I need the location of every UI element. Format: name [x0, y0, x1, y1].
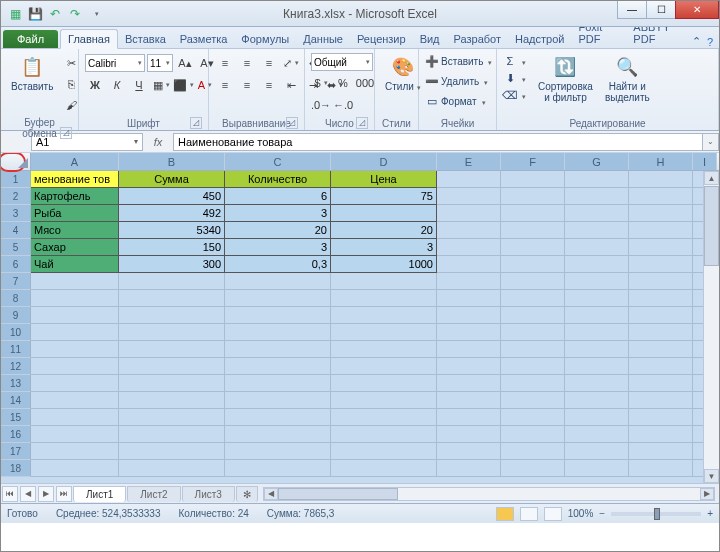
cell-D16[interactable]	[331, 426, 437, 443]
cell-F17[interactable]	[501, 443, 565, 460]
sheet-nav-next[interactable]: ▶	[38, 486, 54, 502]
vertical-scrollbar[interactable]: ▲ ▼	[703, 171, 719, 483]
increase-decimal-icon[interactable]: .0→	[311, 95, 331, 115]
underline-button[interactable]: Ч	[129, 75, 149, 95]
border-button[interactable]: ▦	[151, 75, 171, 95]
tab-data[interactable]: Данные	[296, 30, 350, 48]
cell-H4[interactable]	[629, 222, 693, 239]
cell-C12[interactable]	[225, 358, 331, 375]
cell-G16[interactable]	[565, 426, 629, 443]
cell-G13[interactable]	[565, 375, 629, 392]
row-header-10[interactable]: 10	[1, 324, 31, 341]
cell-A13[interactable]	[31, 375, 119, 392]
row-header-3[interactable]: 3	[1, 205, 31, 222]
paste-button[interactable]: 📋 Вставить	[7, 53, 57, 94]
cell-E4[interactable]	[437, 222, 501, 239]
cell-B16[interactable]	[119, 426, 225, 443]
cell-G1[interactable]	[565, 171, 629, 188]
align-left-icon[interactable]: ≡	[215, 75, 235, 95]
cell-E10[interactable]	[437, 324, 501, 341]
cell-G6[interactable]	[565, 256, 629, 273]
cell-A2[interactable]: Картофель	[31, 188, 119, 205]
decrease-decimal-icon[interactable]: ←.0	[333, 95, 353, 115]
cell-A11[interactable]	[31, 341, 119, 358]
cell-D18[interactable]	[331, 460, 437, 477]
row-header-4[interactable]: 4	[1, 222, 31, 239]
orientation-icon[interactable]: ⤢	[281, 53, 301, 73]
cell-B6[interactable]: 300	[119, 256, 225, 273]
undo-icon[interactable]: ↶	[47, 6, 63, 22]
cell-E17[interactable]	[437, 443, 501, 460]
tab-addins[interactable]: Надстрой	[508, 30, 571, 48]
cell-H3[interactable]	[629, 205, 693, 222]
cell-E13[interactable]	[437, 375, 501, 392]
cell-H13[interactable]	[629, 375, 693, 392]
cell-D7[interactable]	[331, 273, 437, 290]
cell-F5[interactable]	[501, 239, 565, 256]
cell-B14[interactable]	[119, 392, 225, 409]
cell-D15[interactable]	[331, 409, 437, 426]
cell-D9[interactable]	[331, 307, 437, 324]
cell-G15[interactable]	[565, 409, 629, 426]
sheet-nav-last[interactable]: ⏭	[56, 486, 72, 502]
hscroll-thumb[interactable]	[278, 488, 398, 500]
italic-button[interactable]: К	[107, 75, 127, 95]
cell-A9[interactable]	[31, 307, 119, 324]
scroll-up-icon[interactable]: ▲	[704, 171, 719, 185]
redo-icon[interactable]: ↷	[67, 6, 83, 22]
row-header-6[interactable]: 6	[1, 256, 31, 273]
cell-B15[interactable]	[119, 409, 225, 426]
column-header-H[interactable]: H	[629, 153, 693, 170]
cell-D17[interactable]	[331, 443, 437, 460]
cell-F9[interactable]	[501, 307, 565, 324]
maximize-button[interactable]: ☐	[646, 1, 676, 19]
cell-C4[interactable]: 20	[225, 222, 331, 239]
cell-A10[interactable]	[31, 324, 119, 341]
cell-C1[interactable]: Количество	[225, 171, 331, 188]
sort-filter-button[interactable]: 🔃 Сортировка и фильтр	[534, 53, 597, 105]
cell-D14[interactable]	[331, 392, 437, 409]
cell-B9[interactable]	[119, 307, 225, 324]
cell-B12[interactable]	[119, 358, 225, 375]
clear-button[interactable]: ⌫	[503, 87, 526, 103]
decrease-indent-icon[interactable]: ⇤	[281, 75, 301, 95]
column-header-C[interactable]: C	[225, 153, 331, 170]
cell-D6[interactable]: 1000	[331, 256, 437, 273]
cell-C14[interactable]	[225, 392, 331, 409]
row-header-9[interactable]: 9	[1, 307, 31, 324]
row-header-17[interactable]: 17	[1, 443, 31, 460]
align-middle-icon[interactable]: ≡	[237, 53, 257, 73]
close-button[interactable]: ✕	[675, 1, 719, 19]
row-header-18[interactable]: 18	[1, 460, 31, 477]
column-header-I[interactable]: I	[693, 153, 717, 170]
align-top-icon[interactable]: ≡	[215, 53, 235, 73]
comma-icon[interactable]: 000	[355, 73, 375, 93]
cell-H1[interactable]	[629, 171, 693, 188]
cell-B1[interactable]: Сумма	[119, 171, 225, 188]
currency-icon[interactable]: $	[311, 73, 331, 93]
bold-button[interactable]: Ж	[85, 75, 105, 95]
tab-formulas[interactable]: Формулы	[234, 30, 296, 48]
cell-F12[interactable]	[501, 358, 565, 375]
cell-H12[interactable]	[629, 358, 693, 375]
row-header-8[interactable]: 8	[1, 290, 31, 307]
cell-C5[interactable]: 3	[225, 239, 331, 256]
cell-H14[interactable]	[629, 392, 693, 409]
cell-C2[interactable]: 6	[225, 188, 331, 205]
row-header-15[interactable]: 15	[1, 409, 31, 426]
cell-C6[interactable]: 0,3	[225, 256, 331, 273]
select-all-button[interactable]	[1, 153, 31, 170]
cell-B18[interactable]	[119, 460, 225, 477]
cell-G9[interactable]	[565, 307, 629, 324]
cell-G10[interactable]	[565, 324, 629, 341]
cell-A7[interactable]	[31, 273, 119, 290]
delete-cells-button[interactable]: ➖Удалить	[425, 73, 488, 89]
cell-H16[interactable]	[629, 426, 693, 443]
cell-B3[interactable]: 492	[119, 205, 225, 222]
cell-E16[interactable]	[437, 426, 501, 443]
cell-E8[interactable]	[437, 290, 501, 307]
row-header-14[interactable]: 14	[1, 392, 31, 409]
format-cells-button[interactable]: ▭Формат	[425, 93, 486, 109]
fill-button[interactable]: ⬇	[503, 70, 526, 86]
zoom-in-button[interactable]: +	[707, 508, 713, 519]
